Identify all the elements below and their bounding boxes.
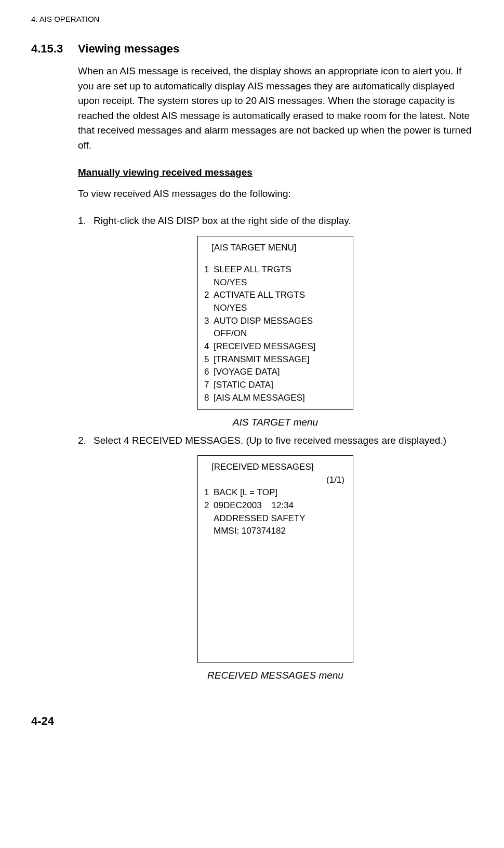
menu1-item-1: 1 SLEEP ALL TRGTS xyxy=(204,263,347,276)
chapter-header: 4. AIS OPERATION xyxy=(31,15,473,23)
menu2-item-2-line3: MMSI: 107374182 xyxy=(204,525,347,538)
menu1-item-8-num: 8 xyxy=(204,392,214,405)
section-title: Viewing messages xyxy=(78,42,179,56)
menu1-item-5-num: 5 xyxy=(204,353,214,366)
menu1-item-2-label: ACTIVATE ALL TRGTS xyxy=(214,289,347,302)
step-2: 2. Select 4 RECEIVED MESSAGES. (Up to fi… xyxy=(78,433,473,448)
menu1-item-1-opt: NO/YES xyxy=(204,276,347,289)
menu1-item-1-label: SLEEP ALL TRGTS xyxy=(214,263,347,276)
intro-paragraph: When an AIS message is received, the dis… xyxy=(78,64,473,153)
menu1-item-8-label: [AIS ALM MESSAGES] xyxy=(214,392,347,405)
menu1-item-2-opt-text: NO/YES xyxy=(214,302,347,315)
caption-1: AIS TARGET menu xyxy=(78,415,473,430)
menu2-item-2-line1: 2 09DEC2003 12:34 xyxy=(204,499,347,512)
menu1-item-7: 7 [STATIC DATA] xyxy=(204,379,347,392)
ais-target-menu-box: [AIS TARGET MENU] 1 SLEEP ALL TRGTS NO/Y… xyxy=(197,236,353,410)
menu1-item-4-num: 4 xyxy=(204,340,214,353)
received-messages-title: [RECEIVED MESSAGES] xyxy=(204,461,347,474)
menu1-item-8: 8 [AIS ALM MESSAGES] xyxy=(204,392,347,405)
received-messages-menu-box: [RECEIVED MESSAGES] (1/1) 1 BACK [L = TO… xyxy=(197,455,353,663)
menu1-item-2-opt: NO/YES xyxy=(204,302,347,315)
menu2-item-1: 1 BACK [L = TOP] xyxy=(204,486,347,499)
menu1-item-6: 6 [VOYAGE DATA] xyxy=(204,366,347,379)
menu1-item-1-num: 1 xyxy=(204,263,214,276)
section-heading: 4.15.3 Viewing messages xyxy=(31,42,473,56)
menu1-item-1-opt-text: NO/YES xyxy=(214,276,347,289)
menu1-item-3-opt-text: OFF/ON xyxy=(214,327,347,340)
menu2-item-2-line2: ADDRESSED SAFETY xyxy=(204,512,347,525)
menu1-item-5-label: [TRANSMIT MESSAGE] xyxy=(214,353,347,366)
body-content: When an AIS message is received, the dis… xyxy=(78,64,473,683)
step-2-text: Select 4 RECEIVED MESSAGES. (Up to five … xyxy=(94,433,473,448)
menu1-item-7-num: 7 xyxy=(204,379,214,392)
ais-target-menu-title: [AIS TARGET MENU] xyxy=(204,242,347,255)
menu1-item-3: 3 AUTO DISP MESSAGES xyxy=(204,315,347,328)
menu2-item-2-line1-text: 09DEC2003 12:34 xyxy=(214,499,347,512)
menu2-item-2-num: 2 xyxy=(204,499,214,512)
menu1-item-2-num: 2 xyxy=(204,289,214,302)
step-2-number: 2. xyxy=(78,433,94,448)
received-messages-page: (1/1) xyxy=(204,474,347,487)
menu2-item-2-line2-text: ADDRESSED SAFETY xyxy=(214,512,347,525)
menu2-item-1-label: BACK [L = TOP] xyxy=(214,486,347,499)
step-1: 1. Right-click the AIS DISP box at the r… xyxy=(78,214,473,229)
step-1-number: 1. xyxy=(78,214,94,229)
menu1-item-4: 4 [RECEIVED MESSAGES] xyxy=(204,340,347,353)
menu1-item-5: 5 [TRANSMIT MESSAGE] xyxy=(204,353,347,366)
section-number: 4.15.3 xyxy=(31,42,78,56)
menu2-item-2-line3-text: MMSI: 107374182 xyxy=(214,525,347,538)
menu1-item-7-label: [STATIC DATA] xyxy=(214,379,347,392)
menu1-item-6-num: 6 xyxy=(204,366,214,379)
menu1-item-3-label: AUTO DISP MESSAGES xyxy=(214,315,347,328)
menu1-item-4-label: [RECEIVED MESSAGES] xyxy=(214,340,347,353)
sub-heading: Manually viewing received messages xyxy=(78,165,473,180)
menu1-item-3-num: 3 xyxy=(204,315,214,328)
step-1-text: Right-click the AIS DISP box at the righ… xyxy=(94,214,473,229)
page-number: 4-24 xyxy=(31,714,473,728)
page: 4. AIS OPERATION 4.15.3 Viewing messages… xyxy=(0,0,504,749)
menu2-item-1-num: 1 xyxy=(204,486,214,499)
menu1-item-6-label: [VOYAGE DATA] xyxy=(214,366,347,379)
caption-2: RECEIVED MESSAGES menu xyxy=(78,668,473,683)
menu1-item-3-opt: OFF/ON xyxy=(204,327,347,340)
menu1-item-2: 2 ACTIVATE ALL TRGTS xyxy=(204,289,347,302)
sub-intro: To view received AIS messages do the fol… xyxy=(78,187,473,202)
